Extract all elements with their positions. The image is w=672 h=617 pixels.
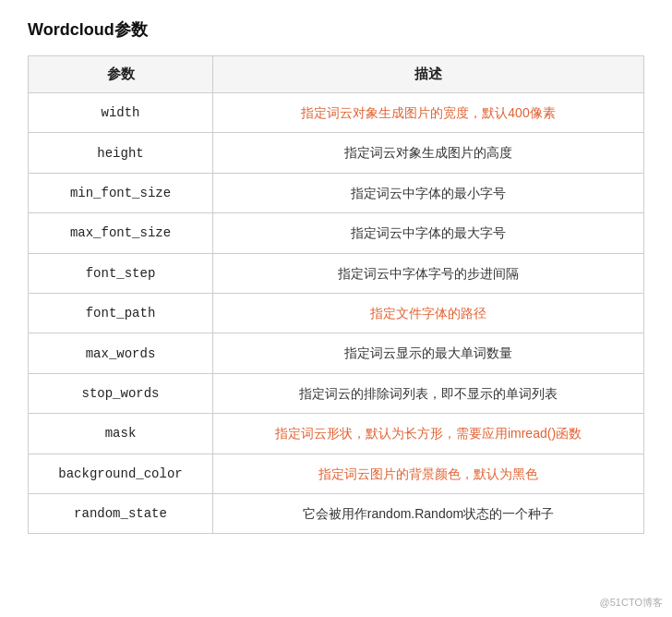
table-row: font_step指定词云中字体字号的步进间隔	[29, 253, 644, 293]
param-cell: min_font_size	[29, 173, 213, 212]
col-header-param: 参数	[29, 56, 213, 93]
table-row: font_path指定文件字体的路径	[29, 293, 644, 333]
table-row: height指定词云对象生成图片的高度	[29, 133, 644, 173]
desc-cell: 指定词云中字体的最大字号	[213, 213, 644, 253]
table-row: stop_words指定词云的排除词列表，即不显示的单词列表	[29, 373, 644, 413]
table-row: mask指定词云形状，默认为长方形，需要应用imread()函数	[29, 414, 644, 454]
desc-cell: 指定词云显示的最大单词数量	[213, 333, 644, 373]
table-row: min_font_size指定词云中字体的最小字号	[29, 173, 644, 212]
param-cell: font_step	[29, 253, 213, 293]
desc-cell: 指定词云形状，默认为长方形，需要应用imread()函数	[213, 414, 644, 454]
param-cell: max_font_size	[29, 213, 213, 253]
param-cell: background_color	[29, 454, 213, 493]
param-cell: stop_words	[29, 373, 213, 413]
watermark: @51CTO博客	[600, 596, 663, 610]
desc-cell: 指定词云的排除词列表，即不显示的单词列表	[213, 373, 644, 413]
desc-cell: 指定词云中字体字号的步进间隔	[213, 253, 644, 293]
table-row: max_words指定词云显示的最大单词数量	[29, 333, 644, 373]
table-row: random_state它会被用作random.Random状态的一个种子	[29, 493, 644, 533]
desc-cell: 指定词云对象生成图片的高度	[213, 133, 644, 173]
param-cell: max_words	[29, 333, 213, 373]
table-row: width指定词云对象生成图片的宽度，默认400像素	[29, 93, 644, 133]
param-cell: mask	[29, 414, 213, 454]
param-cell: height	[29, 133, 213, 173]
param-cell: width	[29, 93, 213, 133]
col-header-desc: 描述	[213, 56, 644, 93]
desc-cell: 指定文件字体的路径	[213, 293, 644, 333]
params-table: 参数 描述 width指定词云对象生成图片的宽度，默认400像素height指定…	[28, 55, 644, 534]
param-cell: random_state	[29, 493, 213, 533]
desc-cell: 指定词云图片的背景颜色，默认为黑色	[213, 454, 644, 493]
desc-cell: 它会被用作random.Random状态的一个种子	[213, 493, 644, 533]
table-row: max_font_size指定词云中字体的最大字号	[29, 213, 644, 253]
table-row: background_color指定词云图片的背景颜色，默认为黑色	[29, 454, 644, 493]
desc-cell: 指定词云中字体的最小字号	[213, 173, 644, 212]
param-cell: font_path	[29, 293, 213, 333]
desc-cell: 指定词云对象生成图片的宽度，默认400像素	[213, 93, 644, 133]
page-title: Wordcloud参数	[28, 18, 644, 41]
